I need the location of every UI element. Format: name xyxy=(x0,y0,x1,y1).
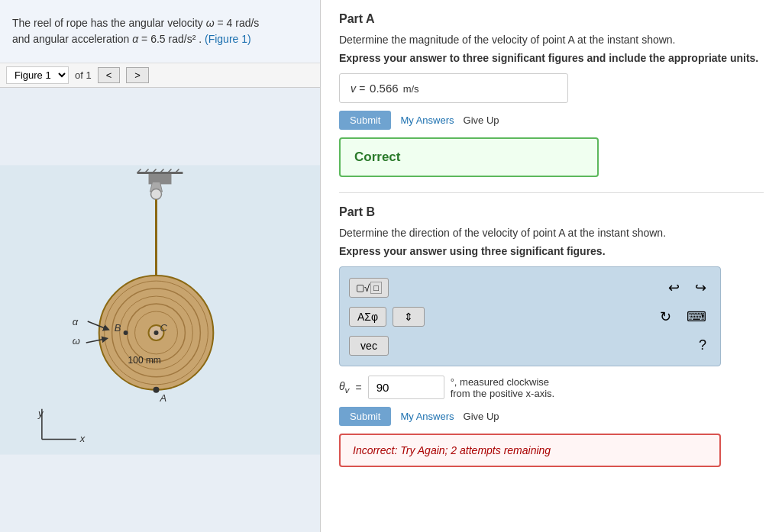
help-button[interactable]: ? xyxy=(694,334,711,356)
svg-point-19 xyxy=(154,330,159,335)
redo-button[interactable]: ↪ xyxy=(690,276,711,299)
toolbar-row-2: ΑΣφ ⇕ ↻ ⌨ xyxy=(349,305,711,328)
give-up-a-link[interactable]: Give Up xyxy=(464,114,499,126)
svg-text:100 mm: 100 mm xyxy=(128,355,161,366)
symbols-button[interactable]: ΑΣφ xyxy=(349,307,386,327)
omega-value: = 4 rad/s xyxy=(215,17,260,29)
svg-text:x: x xyxy=(79,433,86,444)
math-toolbar: ▢√□ ↩ ↪ ΑΣφ ⇕ ↻ ⌨ vec ? xyxy=(339,266,721,366)
degree-note: °, measured clockwise from the positive … xyxy=(451,376,555,399)
part-a-heading: Part A xyxy=(339,12,764,26)
correct-badge: Correct xyxy=(339,137,599,177)
figure-next-button[interactable]: > xyxy=(126,67,149,83)
v-value: 0.566 xyxy=(370,82,399,95)
part-b-description: Determine the direction of the velocity … xyxy=(339,227,764,239)
updown-button[interactable]: ⇕ xyxy=(393,307,425,327)
give-up-b-link[interactable]: Give Up xyxy=(464,411,499,422)
sqrt-button[interactable]: ▢√□ xyxy=(349,278,389,298)
problem-description: The reel of rope has the angular velocit… xyxy=(0,0,320,63)
incorrect-badge: Incorrect: Try Again; 2 attempts remaini… xyxy=(339,434,721,467)
vec-button[interactable]: vec xyxy=(349,336,389,356)
svg-point-24 xyxy=(153,387,160,393)
svg-text:α: α xyxy=(73,316,79,327)
omega-symbol: ω xyxy=(206,17,215,29)
part-divider xyxy=(339,192,764,193)
part-b-answer-row: θv = °, measured clockwise from the posi… xyxy=(339,376,764,399)
problem-text-2: and angular acceleration xyxy=(12,33,132,45)
svg-text:ω: ω xyxy=(73,335,80,347)
equals-label: = xyxy=(355,382,361,394)
svg-text:C: C xyxy=(160,322,168,334)
alpha-value: = 6.5 rad/s² xyxy=(138,33,196,45)
figure-1-link[interactable]: (Figure 1) xyxy=(205,33,251,45)
part-a-answer-box: v = 0.566 m/s xyxy=(339,73,568,103)
answer-b-input[interactable] xyxy=(368,376,444,399)
figure-prev-button[interactable]: < xyxy=(98,67,121,83)
figure-select[interactable]: Figure 1 xyxy=(6,66,69,84)
undo-button[interactable]: ↩ xyxy=(664,276,684,299)
my-answers-b-link[interactable]: My Answers xyxy=(400,411,454,422)
my-answers-a-link[interactable]: My Answers xyxy=(400,114,454,126)
part-a-actions: Submit My Answers Give Up xyxy=(339,111,764,130)
toolbar-row-1: ▢√□ ↩ ↪ xyxy=(349,276,711,299)
part-b-section: Part B Determine the direction of the ve… xyxy=(339,205,764,467)
v-unit: m/s xyxy=(403,82,419,95)
part-b-instruction: Express your answer using three signific… xyxy=(339,245,764,257)
refresh-button[interactable]: ↻ xyxy=(655,305,676,328)
part-a-instruction: Express your answer to three significant… xyxy=(339,52,764,64)
submit-a-button[interactable]: Submit xyxy=(339,111,391,130)
svg-text:B: B xyxy=(115,322,121,334)
part-a-description: Determine the magnitude of the velocity … xyxy=(339,34,764,46)
figure-diagram: C B 100 mm A α ω y x xyxy=(0,88,320,532)
degree-text: °, measured clockwise xyxy=(451,376,555,388)
problem-text-1: The reel of rope has the angular velocit… xyxy=(12,17,206,29)
figure-of-label: of 1 xyxy=(75,69,92,81)
figure-controls: Figure 1 of 1 < > xyxy=(0,63,320,88)
svg-point-10 xyxy=(151,189,162,199)
figure-area: C B 100 mm A α ω y x xyxy=(0,88,320,532)
left-panel: The reel of rope has the angular velocit… xyxy=(0,0,321,532)
toolbar-row-3: vec ? xyxy=(349,334,711,356)
part-b-heading: Part B xyxy=(339,205,764,219)
from-text: from the positive x-axis. xyxy=(451,388,555,399)
part-a-section: Part A Determine the magnitude of the ve… xyxy=(339,12,764,177)
part-b-actions: Submit My Answers Give Up xyxy=(339,407,764,426)
right-panel: Part A Determine the magnitude of the ve… xyxy=(321,0,782,532)
svg-text:A: A xyxy=(160,392,167,404)
v-label: v = xyxy=(351,82,365,95)
svg-point-21 xyxy=(124,330,128,335)
submit-b-button[interactable]: Submit xyxy=(339,407,391,426)
keyboard-button[interactable]: ⌨ xyxy=(682,305,711,328)
theta-label: θv xyxy=(339,380,349,395)
